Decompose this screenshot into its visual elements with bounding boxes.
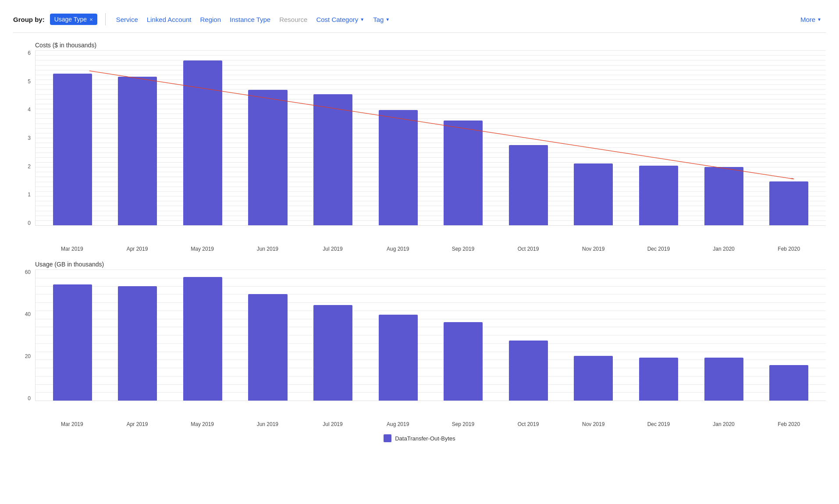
usage-chart-area: 0 20 40 60 [13,270,826,414]
usage-bar [313,305,352,401]
nav-link-region[interactable]: Region [196,14,226,25]
y-label-5: 5 [28,79,31,84]
usage-chart-title: Usage (GB in thousands) [13,261,826,268]
usage-bar [183,277,222,401]
y-label-4: 4 [28,107,31,112]
x-label: Jul 2019 [300,419,366,427]
x-label: Jan 2020 [691,419,757,427]
x-label: Jul 2019 [300,243,366,252]
nav-link-service[interactable]: Service [112,14,142,25]
bar-group [561,50,626,225]
y-label-u0: 0 [28,396,31,401]
usage-bars-row [36,270,826,401]
bar-group [756,270,821,401]
x-label: Jan 2020 [691,243,757,252]
bar-group [235,50,301,225]
bar-group [496,50,561,225]
x-label: Dec 2019 [626,419,691,427]
y-label-u20: 20 [25,354,31,359]
cost-bar [444,121,483,225]
nav-link-linked-account[interactable]: Linked Account [142,14,196,25]
nav-link-tag[interactable]: Tag ▼ [369,14,394,25]
x-label: Feb 2020 [756,243,821,252]
usage-y-axis: 0 20 40 60 [13,270,33,401]
cost-bar [183,60,222,225]
x-label: Sep 2019 [430,419,496,427]
nav-link-cost-category[interactable]: Cost Category ▼ [312,14,369,25]
x-label: Aug 2019 [365,243,430,252]
cost-bar [704,167,743,225]
group-by-label: Group by: [13,16,45,23]
chevron-down-icon: ▼ [385,17,390,22]
x-label: Apr 2019 [105,243,170,252]
cost-bar [574,163,613,225]
y-label-3: 3 [28,135,31,141]
close-icon[interactable]: × [89,16,93,23]
active-filter-label: Usage Type [54,16,87,23]
y-label-6: 6 [28,50,31,56]
cost-bar [248,90,287,225]
legend-label: DataTransfer-Out-Bytes [395,435,455,442]
x-label: Dec 2019 [626,243,691,252]
usage-bar [509,341,548,401]
bar-group [235,270,301,401]
cost-bars-row [36,50,826,225]
x-label: Mar 2019 [39,419,105,427]
toolbar-divider [105,13,106,25]
bar-group [40,50,105,225]
toolbar: Group by: Usage Type × Service Linked Ac… [13,9,826,33]
cost-bar [509,145,548,225]
bar-group [105,270,171,401]
y-label-1: 1 [28,192,31,197]
bar-group [366,270,431,401]
usage-bar [53,284,92,401]
y-label-u40: 40 [25,312,31,317]
bar-group [496,270,561,401]
y-label-0: 0 [28,220,31,226]
usage-bar [769,365,808,401]
chevron-down-icon: ▼ [360,17,364,22]
cost-bar [379,110,418,225]
cost-bar [118,77,157,225]
x-label: Apr 2019 [105,419,170,427]
x-label: Sep 2019 [430,243,496,252]
bar-group [561,270,626,401]
chart-legend: DataTransfer-Out-Bytes [13,434,826,442]
usage-bar [639,358,678,401]
bar-group [430,270,496,401]
usage-x-labels: Mar 2019Apr 2019May 2019Jun 2019Jul 2019… [13,419,826,427]
bar-group [756,50,821,225]
bar-group [430,50,496,225]
cost-chart-area: 0 1 2 3 4 5 6 [13,50,826,239]
x-label: Mar 2019 [39,243,105,252]
chevron-down-icon: ▼ [817,17,821,22]
main-container: Group by: Usage Type × Service Linked Ac… [0,0,839,504]
cost-bar [639,166,678,225]
x-label: Jun 2019 [235,419,300,427]
cost-chart-inner [35,50,826,226]
usage-bar [118,286,157,401]
bar-group [105,50,171,225]
usage-chart-inner [35,270,826,401]
x-label: Aug 2019 [365,419,430,427]
cost-bar [53,74,92,225]
bar-group [170,50,235,225]
usage-bar [444,322,483,401]
x-label: Jun 2019 [235,243,300,252]
bar-group [626,50,691,225]
bar-group [691,270,757,401]
x-label: Oct 2019 [496,243,561,252]
usage-chart-section: Usage (GB in thousands) 0 20 40 60 [13,261,826,414]
x-label: May 2019 [170,243,235,252]
usage-bar [248,294,287,401]
bar-group [170,270,235,401]
nav-link-instance-type[interactable]: Instance Type [225,14,275,25]
more-button[interactable]: More ▼ [796,14,826,25]
cost-chart-title: Costs ($ in thousands) [13,42,826,49]
bar-group [691,50,757,225]
bar-group [40,270,105,401]
active-filter-usage-type[interactable]: Usage Type × [50,14,97,25]
nav-link-resource: Resource [275,14,312,25]
bar-group [300,270,366,401]
x-label: Feb 2020 [756,419,821,427]
